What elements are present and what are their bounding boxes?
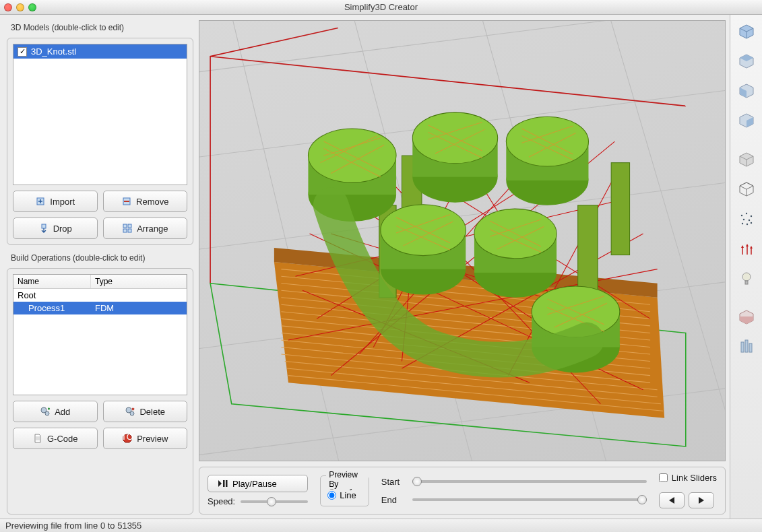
svg-rect-4 (123, 224, 127, 228)
drop-icon (38, 223, 49, 234)
radio-line[interactable]: Line (327, 490, 362, 500)
remove-icon (121, 196, 132, 207)
add-label: Add (55, 407, 70, 417)
view-top-icon[interactable] (734, 48, 759, 74)
play-pause-button[interactable]: Play/Pause (208, 475, 308, 492)
add-button[interactable]: Add (13, 401, 98, 422)
import-label: Import (50, 197, 75, 207)
solid-view-icon[interactable] (734, 147, 759, 172)
lighting-icon[interactable] (734, 265, 759, 291)
left-panel: 3D Models (double-click to edit) ✓ 3D_Kn… (0, 15, 199, 519)
import-button[interactable]: Import (13, 191, 98, 212)
normals-icon[interactable] (734, 236, 759, 261)
svg-rect-136 (749, 343, 752, 352)
svg-point-122 (742, 219, 744, 220)
preview-button[interactable]: STOP Preview (103, 428, 188, 449)
col-name[interactable]: Name (13, 275, 91, 288)
arrange-label: Arrange (137, 224, 168, 234)
gears-delete-icon (125, 406, 135, 417)
svg-rect-6 (123, 229, 127, 232)
gears-add-icon (40, 406, 51, 417)
checkbox-icon[interactable]: ✓ (18, 47, 27, 57)
remove-label: Remove (136, 197, 168, 207)
right-toolbar (730, 15, 762, 519)
line-radio[interactable] (327, 491, 336, 500)
remove-button[interactable]: Remove (103, 191, 188, 212)
svg-rect-134 (741, 342, 744, 352)
svg-point-124 (741, 223, 742, 224)
import-icon (35, 196, 46, 207)
table-row[interactable]: Root (13, 289, 187, 302)
start-slider[interactable] (412, 480, 647, 483)
svg-point-125 (746, 224, 747, 225)
drop-button[interactable]: Drop (13, 218, 98, 239)
svg-point-9 (45, 411, 49, 415)
svg-point-120 (745, 213, 747, 214)
link-sliders-label: Link Sliders (672, 473, 717, 483)
model-list-item[interactable]: ✓ 3D_Knot.stl (13, 44, 187, 59)
document-icon (32, 433, 43, 444)
link-sliders-row[interactable]: Link Sliders (659, 473, 717, 483)
window-title: Simplify3D Creator (0, 2, 762, 12)
status-text: Previewing file from line 0 to 51355 (5, 521, 141, 531)
svg-point-119 (740, 215, 742, 216)
svg-rect-105 (223, 480, 225, 487)
view-side-icon[interactable] (734, 108, 759, 133)
delete-label: Delete (139, 407, 165, 417)
cell-name: Process1 (13, 302, 91, 314)
crosssection-icon[interactable] (734, 304, 759, 330)
preview-by-group: Preview By Layer Line (320, 475, 369, 506)
play-pause-label: Play/Pause (232, 479, 277, 489)
arrange-button[interactable]: Arrange (103, 218, 188, 239)
speed-slider[interactable] (241, 500, 308, 503)
step-back-button[interactable] (659, 492, 685, 508)
svg-rect-131 (745, 281, 748, 284)
line-label: Line (340, 490, 356, 500)
gcode-label: G-Code (47, 434, 78, 444)
delete-button[interactable]: Delete (103, 401, 188, 422)
model-name: 3D_Knot.stl (31, 46, 76, 57)
svg-point-123 (748, 220, 749, 221)
cell-type: FDM (91, 302, 187, 314)
preview-by-legend: Preview By (326, 470, 369, 489)
titlebar: Simplify3D Creator (0, 0, 762, 15)
operations-label: Build Operations (double-click to edit) (7, 253, 193, 263)
svg-point-130 (742, 273, 751, 281)
drop-label: Drop (53, 224, 72, 234)
svg-rect-3 (42, 224, 46, 228)
svg-text:STOP: STOP (122, 433, 133, 442)
svg-rect-2 (124, 201, 129, 202)
models-list[interactable]: ✓ 3D_Knot.stl (13, 44, 187, 185)
view-default-icon[interactable] (734, 19, 759, 44)
cell-name: Root (13, 289, 91, 302)
svg-point-11 (130, 411, 134, 415)
end-slider[interactable] (412, 498, 647, 501)
col-type[interactable]: Type (91, 275, 187, 288)
preview-controls: Play/Pause Speed: Preview By Layer Line (199, 467, 726, 514)
link-sliders-checkbox[interactable] (659, 473, 668, 482)
support-icon[interactable] (734, 334, 759, 360)
table-row[interactable]: Process1 FDM (13, 302, 187, 314)
view-front-icon[interactable] (734, 78, 759, 104)
svg-rect-106 (226, 480, 228, 487)
arrange-icon (122, 223, 133, 234)
separator (734, 137, 759, 143)
svg-rect-135 (745, 340, 748, 352)
step-forward-button[interactable] (689, 492, 714, 508)
svg-marker-133 (740, 317, 753, 324)
wireframe-icon[interactable] (734, 176, 759, 202)
end-label: End (381, 495, 406, 505)
gcode-button[interactable]: G-Code (13, 428, 98, 449)
preview-label: Preview (137, 434, 168, 444)
status-bar: Previewing file from line 0 to 51355 (0, 519, 762, 532)
operations-table[interactable]: Name Type Root Process1 FDM (13, 274, 187, 395)
svg-point-126 (750, 222, 751, 224)
points-icon[interactable] (734, 206, 759, 232)
svg-point-121 (750, 215, 751, 217)
viewport-3d[interactable] (199, 20, 726, 461)
cell-type (91, 289, 187, 302)
start-label: Start (381, 477, 406, 487)
left-triangle-icon (668, 496, 676, 504)
right-triangle-icon (697, 496, 705, 504)
models-label: 3D Models (double-click to edit) (7, 23, 193, 32)
